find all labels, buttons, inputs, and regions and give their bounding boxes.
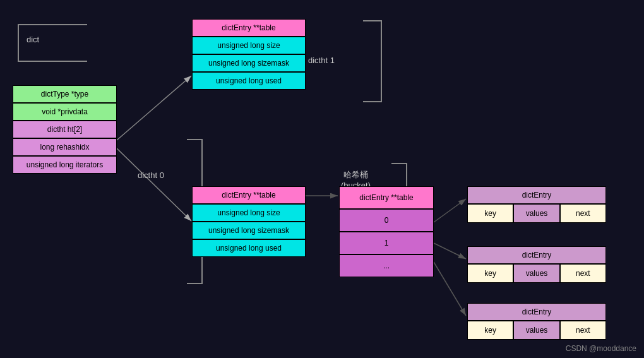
- svg-line-5: [434, 199, 466, 222]
- dict-entry-1-title: dictEntry: [467, 186, 606, 204]
- hash-bucket-row-1: 1: [339, 232, 434, 254]
- diagram-container: dict dictType *type void *privdata dicth…: [0, 0, 644, 358]
- hash-bucket-box: dictEntry **table 0 1 ...: [339, 186, 434, 277]
- svg-line-2: [117, 76, 191, 140]
- dict-row-privdata: void *privdata: [13, 103, 117, 121]
- dict-row-iterators: unsigned long iterators: [13, 156, 117, 174]
- dict-entry-2: dictEntry key values next: [467, 246, 606, 283]
- dictht-top-box: dictEntry **table unsigned long size uns…: [192, 19, 306, 90]
- dictht-bottom-box: dictEntry **table unsigned long size uns…: [192, 186, 306, 257]
- svg-line-6: [434, 243, 466, 259]
- dictht-bottom-sizemask: unsigned long sizemask: [192, 222, 306, 239]
- dict-entry-3-values: values: [513, 321, 559, 340]
- dictht-top-table: dictEntry **table: [192, 19, 306, 37]
- dict-entry-2-key: key: [467, 264, 513, 283]
- dict-entry-2-next: next: [560, 264, 606, 283]
- dictht-bottom-used: unsigned long used: [192, 239, 306, 257]
- dictht-top-size: unsigned long size: [192, 37, 306, 54]
- dict-entry-1-key: key: [467, 204, 513, 223]
- dict-entry-1-next: next: [560, 204, 606, 223]
- dict-entry-3-key: key: [467, 321, 513, 340]
- hash-bucket-table: dictEntry **table: [339, 186, 434, 209]
- dict-entry-3: dictEntry key values next: [467, 303, 606, 340]
- dict-entry-1: dictEntry key values next: [467, 186, 606, 223]
- dict-entry-1-values: values: [513, 204, 559, 223]
- dict-row-ht: dictht ht[2]: [13, 121, 117, 138]
- watermark: CSDN @mooddance: [566, 344, 636, 353]
- hash-bucket-row-0: 0: [339, 209, 434, 232]
- dictht0-label: dictht 0: [138, 170, 164, 180]
- dictht1-label: dictht 1: [308, 56, 335, 65]
- dict-label-text: dict: [27, 35, 39, 44]
- dictht-bottom-size: unsigned long size: [192, 204, 306, 222]
- dict-struct: dictType *type void *privdata dictht ht[…: [13, 85, 117, 174]
- dict-entry-2-title: dictEntry: [467, 246, 606, 264]
- dictht-bottom-table: dictEntry **table: [192, 186, 306, 204]
- svg-line-3: [117, 148, 191, 221]
- dictht1-bracket: [363, 20, 382, 102]
- dict-entry-2-values: values: [513, 264, 559, 283]
- svg-line-7: [434, 262, 466, 316]
- dict-entry-3-title: dictEntry: [467, 303, 606, 321]
- dict-entry-3-next: next: [560, 321, 606, 340]
- dictht-top-sizemask: unsigned long sizemask: [192, 54, 306, 72]
- dict-row-rehashidx: long rehashidx: [13, 138, 117, 156]
- dict-row-type: dictType *type: [13, 85, 117, 103]
- dictht-top-used: unsigned long used: [192, 72, 306, 90]
- hash-bucket-row-dots: ...: [339, 254, 434, 277]
